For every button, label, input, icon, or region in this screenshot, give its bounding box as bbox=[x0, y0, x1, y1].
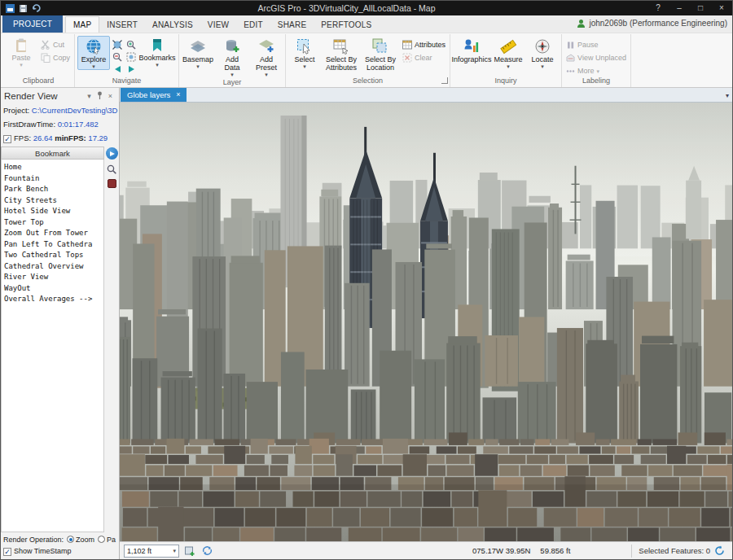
more-label: More bbox=[577, 67, 595, 75]
previous-extent-button[interactable] bbox=[112, 63, 123, 74]
navigate-small-buttons bbox=[112, 36, 137, 74]
tab-view[interactable]: VIEW bbox=[200, 17, 236, 33]
tab-project[interactable]: PROJECT bbox=[2, 15, 63, 33]
panel-close-icon[interactable]: × bbox=[105, 92, 116, 100]
map-scale-combobox[interactable]: 1,102 ft ▾ bbox=[124, 545, 179, 558]
bookmark-item[interactable]: Two Cathedral Tops bbox=[4, 250, 103, 261]
save-icon[interactable] bbox=[19, 4, 28, 13]
bookmark-item[interactable]: Tower Top bbox=[4, 217, 103, 229]
map-tab-close-icon[interactable]: × bbox=[176, 91, 180, 98]
full-extent-button[interactable] bbox=[112, 39, 123, 50]
select-icon bbox=[296, 38, 313, 55]
bookmarks-label: Bookmarks bbox=[139, 54, 176, 62]
basemap-button[interactable]: Basemap ▾ bbox=[182, 36, 214, 70]
map-3d-scene[interactable] bbox=[120, 103, 732, 541]
tab-share[interactable]: SHARE bbox=[270, 17, 314, 33]
group-labeling: Pause View Unplaced More ▾ Labeling bbox=[562, 34, 631, 87]
bookmark-item[interactable]: Overall Averages --> bbox=[4, 294, 103, 305]
close-button[interactable]: × bbox=[711, 1, 732, 15]
bookmark-item[interactable]: City Streets bbox=[4, 195, 103, 207]
tab-insert[interactable]: INSERT bbox=[99, 17, 145, 33]
attributes-button[interactable]: Attributes bbox=[401, 39, 447, 50]
bookmark-item[interactable]: Pan Left To Cathedra bbox=[4, 239, 103, 251]
infographics-button[interactable]: Infographics bbox=[453, 36, 490, 64]
fixed-zoom-in-button[interactable] bbox=[125, 39, 137, 50]
user-name: john2069b (Performance Engineering) bbox=[589, 19, 727, 28]
zoom-radio[interactable] bbox=[67, 536, 74, 543]
main-area: Render View ▾ × Project: C:\CurrentDevTe… bbox=[1, 88, 732, 559]
pin-icon[interactable] bbox=[94, 91, 105, 101]
group-clipboard: Paste ▾ Cut Copy Clipboard bbox=[2, 34, 75, 87]
bookmark-item[interactable]: Zoom Out From Tower bbox=[4, 228, 103, 239]
tab-map[interactable]: MAP bbox=[65, 16, 99, 33]
maximize-button[interactable]: □ bbox=[690, 1, 711, 15]
refresh-icon[interactable] bbox=[714, 545, 725, 556]
sync-views-button[interactable] bbox=[200, 545, 213, 558]
tab-edit[interactable]: EDIT bbox=[236, 17, 270, 33]
play-button[interactable] bbox=[106, 147, 118, 160]
select-by-location-button[interactable]: Select By Location bbox=[362, 36, 399, 72]
map-view[interactable] bbox=[120, 103, 732, 541]
full-extent-icon bbox=[112, 40, 122, 50]
map-scale-value: 1,102 ft bbox=[127, 547, 151, 555]
bookmark-item[interactable]: River View bbox=[4, 272, 103, 283]
basemap-icon bbox=[190, 38, 206, 55]
user-badge[interactable]: john2069b (Performance Engineering) bbox=[577, 19, 727, 28]
select-button[interactable]: Select ▾ bbox=[288, 36, 321, 70]
zoom-selection-button[interactable] bbox=[125, 51, 137, 62]
add-preset-button[interactable]: Add Preset ▾ bbox=[250, 36, 283, 78]
bookmark-column-header[interactable]: Bookmark bbox=[1, 147, 104, 160]
bookmark-item[interactable]: Fountain bbox=[4, 173, 103, 185]
fps-checkbox[interactable]: ✓ bbox=[3, 135, 11, 143]
add-preset-caret-icon: ▾ bbox=[265, 72, 268, 77]
more-button[interactable]: More ▾ bbox=[564, 65, 628, 77]
locate-caret-icon: ▾ bbox=[541, 63, 544, 69]
show-timestamp-checkbox[interactable]: ✓ bbox=[3, 548, 11, 556]
fixed-zoom-out-button[interactable] bbox=[112, 51, 123, 62]
minimize-button[interactable]: ‒ bbox=[669, 1, 690, 15]
bookmark-item[interactable]: Home bbox=[4, 162, 103, 173]
next-extent-button[interactable] bbox=[125, 63, 137, 74]
select-by-location-label: Select By Location bbox=[363, 55, 397, 72]
cut-button[interactable]: Cut bbox=[39, 39, 72, 50]
record-icon[interactable] bbox=[108, 179, 116, 188]
pan-radio-label: Pa bbox=[107, 536, 116, 544]
bookmark-item[interactable]: Cathedral Overview bbox=[4, 261, 103, 273]
bookmarks-button[interactable]: Bookmarks ▾ bbox=[138, 36, 176, 68]
tab-perftools[interactable]: PERFTOOLS bbox=[314, 17, 379, 33]
paste-caret-icon: ▾ bbox=[20, 62, 23, 68]
panel-menu-icon[interactable]: ▾ bbox=[84, 92, 94, 100]
bookmark-list: HomeFountainPark BenchCity StreetsHotel … bbox=[1, 160, 104, 532]
new-bookmark-button[interactable] bbox=[183, 545, 196, 558]
map-tab-globe-layers[interactable]: Globe layers × bbox=[121, 88, 187, 102]
app-icon bbox=[6, 4, 15, 13]
tab-analysis[interactable]: ANALYSIS bbox=[145, 17, 200, 33]
zoom-bookmarks-icon[interactable] bbox=[107, 164, 116, 174]
explore-button[interactable]: Explore ▾ bbox=[77, 36, 110, 70]
copy-icon bbox=[41, 53, 50, 63]
selection-group-label: Selection bbox=[288, 77, 447, 87]
layer-group-label: Layer bbox=[182, 78, 283, 87]
firstdraw-line: FirstDrawTime: 0:01:17.482 bbox=[1, 117, 119, 131]
pan-radio[interactable] bbox=[98, 536, 105, 543]
locate-button[interactable]: Locate ▾ bbox=[526, 36, 559, 70]
tab-overflow-icon[interactable]: ▾ bbox=[726, 92, 729, 99]
select-by-attributes-button[interactable]: Select By Attributes bbox=[323, 36, 360, 72]
help-button[interactable]: ? bbox=[647, 1, 669, 15]
undo-icon[interactable] bbox=[32, 4, 41, 13]
bookmark-item[interactable]: WayOut bbox=[4, 283, 103, 295]
paste-button[interactable]: Paste ▾ bbox=[5, 36, 37, 68]
clipboard-group-label: Clipboard bbox=[5, 77, 72, 87]
pause-button[interactable]: Pause bbox=[564, 39, 628, 50]
bookmark-item[interactable]: Hotel Side View bbox=[4, 206, 103, 217]
copy-button[interactable]: Copy bbox=[39, 52, 72, 63]
add-data-button[interactable]: Add Data ▾ bbox=[216, 36, 248, 78]
selection-launcher-icon[interactable] bbox=[441, 77, 448, 84]
clear-button[interactable]: Clear bbox=[401, 52, 447, 63]
navigate-group-label: Navigate bbox=[77, 77, 176, 87]
view-unplaced-button[interactable]: View Unplaced bbox=[564, 52, 628, 63]
measure-button[interactable]: Measure ▾ bbox=[492, 36, 525, 70]
map-area: Globe layers × ▾ bbox=[120, 88, 732, 559]
more-caret-icon: ▾ bbox=[597, 68, 600, 74]
bookmark-item[interactable]: Park Bench bbox=[4, 184, 103, 195]
